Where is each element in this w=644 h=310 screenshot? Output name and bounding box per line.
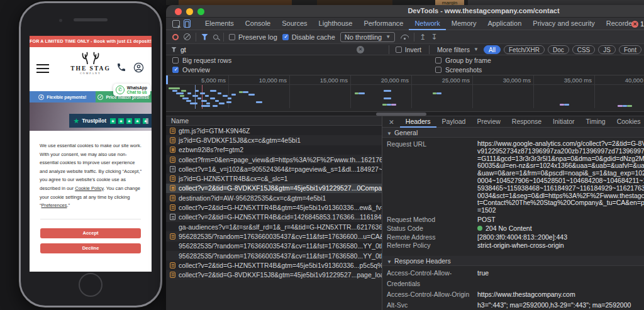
record-network-log-button[interactable] [172,34,179,40]
overview-range-handle[interactable] [166,75,168,84]
request-row[interactable]: collect?v=2&tid=G-HZN5XTTR4B&gtm=45je5bi… [166,260,382,270]
details-tab-response[interactable]: Response [506,116,547,128]
tab-application[interactable]: Application [482,18,527,30]
details-tab-payload[interactable]: Payload [436,116,472,128]
device-toolbar-icon[interactable] [184,19,191,28]
response-headers-section-header[interactable]: ▼Response Headers [382,256,644,266]
request-row[interactable]: js?id=G-HZN5XTTR4B&cx=c&_slc=1 [166,174,382,183]
details-tab-cookies[interactable]: Cookies [611,116,644,128]
timeline-tick-label: 10,000 ms [236,77,287,84]
tab-console[interactable]: Console [240,18,276,30]
inspect-element-icon[interactable] [172,20,180,28]
promo-banner[interactable]: FOR A LIMITED TIME ONLY - Book with just… [30,36,152,47]
request-row[interactable]: collect?v=2&tid=G-8VDKXF15J8&gtm=45je5bi… [166,184,382,193]
pill-css[interactable]: CSS [572,45,596,54]
details-tab-headers[interactable]: Headers [400,116,436,128]
panel-tabs: ElementsConsoleSourcesLighthousePerforma… [199,18,640,30]
waterfall-bar [195,90,199,92]
close-details-icon[interactable]: ✕ [382,118,400,126]
filter-input[interactable]: gt [180,46,186,53]
big-request-rows-toggle[interactable]: Big request rows [172,57,231,64]
network-conditions-icon[interactable] [400,34,409,40]
general-section-header[interactable]: ▼General [382,128,644,138]
request-row[interactable]: 956282535/?random=1763660035437&cv=11&fs… [166,231,382,241]
details-tab-timing[interactable]: Timing [580,116,611,128]
request-row[interactable]: 956282535/?random=1763660035437&cv=11&fs… [166,251,382,260]
tab-performance[interactable]: Performance [358,18,409,30]
details-tab-initiator[interactable]: Initiator [547,116,580,128]
cookie-text-line: described in our Cookie Policy. You can … [40,184,152,193]
details-tab-preview[interactable]: Preview [471,116,506,128]
name-column-header[interactable]: Name [166,116,382,126]
cookie-text-line: “Preferences.” [40,201,152,210]
invert-checkbox[interactable] [396,47,402,53]
hamburger-menu-icon[interactable] [36,64,49,75]
request-row[interactable]: collect?v=2&tid=G-8VDKXF15J8&gtm=45je5bi… [166,270,382,279]
filter-icon[interactable] [201,34,208,40]
pill-all[interactable]: All [484,45,501,54]
request-row[interactable]: ezbwn92i8s?ref=gtm2 [166,145,382,155]
pill-doc[interactable]: Doc [548,45,569,54]
tab-elements[interactable]: Elements [199,18,240,30]
network-overview-timeline[interactable]: 5,000 ms10,000 ms15,000 ms20,000 ms25,00… [166,75,644,112]
request-row[interactable]: destination?id=AW-956282535&cx=c&gtm=4e5… [166,193,382,202]
search-icon[interactable] [213,35,218,40]
titlebar[interactable]: DevTools - www.thestagcompany.com/contac… [166,5,644,18]
preserve-log-toggle[interactable]: Preserve log [229,33,277,41]
invert-toggle[interactable]: Invert [396,46,421,53]
pill-fetchxhr[interactable]: Fetch/XHR [504,45,545,54]
request-list: Name gtm.js?id=GTM-K9N46Zjs?id=G-8VDKXF1… [166,116,382,310]
tab-memory[interactable]: Memory [446,18,482,30]
preserve-log-checkbox[interactable] [229,34,235,40]
more-filters-button[interactable]: More filters ▼ [437,46,479,53]
disable-cache-toggle[interactable]: Disable cache [282,33,335,41]
rating-star: ★ [126,118,132,124]
flexible-payments-banner[interactable]: £ Flexible payments! [30,91,96,102]
tab-network[interactable]: Network [409,18,445,30]
export-har-icon[interactable]: ↧ [431,34,437,40]
referrer-policy-row: Referrer Policy strict-origin-when-cross… [382,241,644,250]
waterfall-bar [256,101,262,103]
tab-privacy-and-security[interactable]: Privacy and security [527,18,600,30]
request-row[interactable]: collect?v=2&tid=G-HZN5XTTR4B&gtm=45je5bi… [166,202,382,212]
request-name: destination?id=AW-956282535&cx=c&gtm=4e5… [179,194,326,202]
accept-button[interactable]: Accept [40,228,141,238]
scrollbar-thumb[interactable] [376,113,426,116]
clear-network-log-button[interactable] [184,33,191,40]
preferences-link[interactable]: Preferences [42,202,67,208]
throttling-select[interactable]: No throttling ▼ [340,32,395,42]
cookie-policy-link[interactable]: Cookie Policy [75,185,103,191]
site-logo[interactable]: THE STAG COMPANY [62,50,119,75]
screenshots-toggle[interactable]: Screenshots [435,66,482,74]
group-by-frame-toggle[interactable]: Group by frame [435,57,491,64]
waterfall-bar [243,91,248,93]
request-row[interactable]: collect?v=2&tid=G-HZN5XTTR4B&cid=1426845… [166,213,382,222]
waterfall-bar [618,105,623,107]
request-name: js?id=G-HZN5XTTR4B&cx=c&_slc=1 [179,175,288,182]
decline-button[interactable]: Decline [40,243,141,253]
phone-call-icon[interactable] [116,62,126,72]
request-row[interactable]: 956282535/?random=1763660035437&cv=11&fs… [166,241,382,251]
trustpilot-widget[interactable]: ★ Trustpilot ★ ★ ★ ★ ★ [69,114,152,128]
request-row[interactable]: collect?v=1&_v=j102&a=905524364&t=pagevi… [166,164,382,174]
timeline-tick-label: 30,000 ms [480,77,531,84]
request-method-row: Request Method POST [382,216,644,224]
import-har-icon[interactable]: ↥ [419,34,426,40]
tab-sources[interactable]: Sources [276,18,313,30]
overview-toggle[interactable]: Overview [172,66,210,74]
clear-filter-icon[interactable]: ✕ [357,46,364,53]
error-badge[interactable]: ✕ 1 [631,20,644,28]
disable-cache-checkbox[interactable] [282,34,289,40]
whatsapp-chat-button[interactable]: ✆ WhatsApp Chat to us [113,84,150,96]
request-row[interactable]: ga-audiences?v=1&t=sr&slf_rd=1&_r=4&tid=… [166,222,382,231]
account-icon[interactable] [133,62,144,73]
pill-font[interactable]: Font [619,45,641,54]
hero-image: ★ Trustpilot ★ ★ ★ ★ ★ [30,102,152,131]
pill-js[interactable]: JS [598,45,616,54]
request-name: 956282535/?random=1763660035437&cv=11&fs… [179,252,382,260]
request-row[interactable]: collect?frm=0&en=page_view&dl=https%3A%2… [166,155,382,164]
tab-lighthouse[interactable]: Lighthouse [313,18,358,30]
request-row[interactable]: gtm.js?id=GTM-K9N46Z [166,126,382,135]
request-row[interactable]: js?id=G-8VDKXF15J8&cx=c&gtm=4e5bi1 [166,135,382,145]
waterfall-bar [223,95,228,97]
